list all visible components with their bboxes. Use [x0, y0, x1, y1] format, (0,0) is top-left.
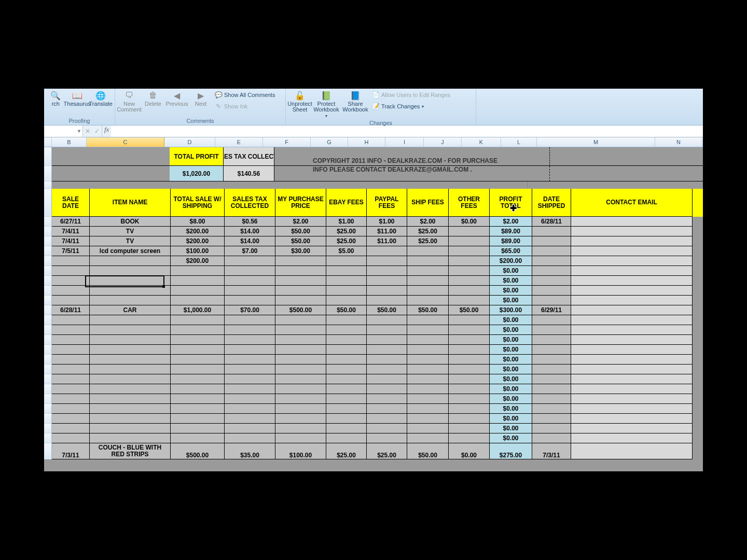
cell-H-3[interactable] [367, 246, 407, 256]
name-box[interactable]: ▼ [44, 125, 83, 137]
cell-H-18[interactable] [367, 394, 407, 404]
cell-H-8[interactable] [367, 296, 407, 305]
cell[interactable] [693, 276, 703, 286]
cell-J-18[interactable] [449, 394, 490, 404]
cell-L-16[interactable] [532, 374, 571, 384]
cell-G-19[interactable] [326, 404, 367, 414]
row-header[interactable] [44, 286, 52, 296]
row-header[interactable] [44, 189, 52, 217]
cell[interactable] [693, 236, 703, 246]
cell-I-4[interactable] [407, 256, 449, 266]
cell-F-16[interactable] [275, 374, 326, 384]
cell-H-11[interactable] [367, 325, 407, 335]
cell-F-partial[interactable]: $100.00 [275, 443, 326, 459]
cell-B-21[interactable] [52, 424, 90, 433]
cell-G-6[interactable] [326, 276, 367, 286]
cell-J-9[interactable]: $50.00 [449, 305, 490, 315]
cell[interactable] [693, 433, 703, 443]
cell-K-15[interactable]: $0.00 [490, 365, 532, 374]
cell-E-partial[interactable]: $35.00 [225, 443, 275, 459]
row-header[interactable] [44, 181, 52, 189]
cell-J-6[interactable] [449, 276, 490, 286]
track-changes-button[interactable]: 📝 Track Changes ▾ [370, 101, 452, 111]
cell-G-3[interactable]: $5.00 [326, 246, 367, 256]
cell-L-17[interactable] [532, 384, 571, 394]
cell-F-3[interactable]: $30.00 [275, 246, 326, 256]
cell[interactable] [52, 147, 89, 166]
cell-J-1[interactable] [449, 227, 490, 236]
cell-L-7[interactable] [532, 286, 571, 296]
cell-B-15[interactable] [52, 365, 90, 374]
cell-L-6[interactable] [532, 276, 571, 286]
column-header-K[interactable]: K [462, 137, 501, 147]
cell-K-5[interactable]: $0.00 [490, 266, 532, 276]
cell-M-15[interactable] [571, 365, 693, 374]
cell-E-22[interactable] [225, 433, 275, 443]
cell-C-17[interactable] [90, 384, 171, 394]
cell[interactable] [588, 147, 703, 166]
cell-E-8[interactable] [225, 296, 275, 305]
cell-F-7[interactable] [275, 286, 326, 296]
row-header[interactable] [44, 147, 52, 166]
cell-L-13[interactable] [532, 345, 571, 355]
row-header[interactable] [44, 227, 52, 236]
cell[interactable] [693, 365, 703, 374]
cell-B-13[interactable] [52, 345, 90, 355]
cell-B-17[interactable] [52, 384, 90, 394]
cell-C-14[interactable] [90, 355, 171, 365]
col-header-H[interactable]: PAYPAL FEES [367, 189, 407, 217]
cell[interactable] [485, 181, 527, 189]
cell-C-3[interactable]: lcd computer screen [90, 246, 171, 256]
row-header[interactable] [44, 345, 52, 355]
cell-M-14[interactable] [571, 355, 693, 365]
cell-K-0[interactable]: $2.00 [490, 217, 532, 227]
cell[interactable] [693, 305, 703, 315]
cell-J-2[interactable] [449, 236, 490, 246]
cell-D-3[interactable]: $100.00 [171, 246, 225, 256]
cell-E-18[interactable] [225, 394, 275, 404]
cell-C-13[interactable] [90, 345, 171, 355]
copyright-text-2[interactable]: INFO PLEASE CONTACT DEALKRAZE@GMAIL.COM … [274, 166, 549, 181]
cell-H-4[interactable] [367, 256, 407, 266]
cell[interactable] [549, 166, 588, 181]
cell-L-3[interactable] [532, 246, 571, 256]
cell-H-6[interactable] [367, 276, 407, 286]
cell[interactable] [693, 443, 703, 459]
column-header-E[interactable]: E [215, 137, 263, 147]
row-header[interactable] [44, 296, 52, 305]
cell-F-6[interactable] [275, 276, 326, 286]
cell-K-14[interactable]: $0.00 [490, 355, 532, 365]
cell[interactable] [566, 181, 687, 189]
cell-K-2[interactable]: $89.00 [490, 236, 532, 246]
cell-M-18[interactable] [571, 394, 693, 404]
cell[interactable] [693, 414, 703, 424]
cell-C-1[interactable]: TV [90, 227, 171, 236]
column-header-D[interactable]: D [164, 137, 215, 147]
cell-E-7[interactable] [225, 286, 275, 296]
cell[interactable] [693, 266, 703, 276]
cell-C-22[interactable] [90, 433, 171, 443]
cell[interactable] [52, 181, 89, 189]
cell-D-13[interactable] [171, 345, 225, 355]
cell-E-5[interactable] [225, 266, 275, 276]
cell-D-9[interactable]: $1,000.00 [171, 305, 225, 315]
cell[interactable] [687, 181, 703, 189]
cell-D-1[interactable]: $200.00 [171, 227, 225, 236]
cell-F-13[interactable] [275, 345, 326, 355]
cell[interactable] [549, 147, 588, 166]
column-header-M[interactable]: M [537, 137, 655, 147]
cell-E-11[interactable] [225, 325, 275, 335]
cell-I-2[interactable]: $25.00 [407, 236, 449, 246]
cell-D-11[interactable] [171, 325, 225, 335]
cell-E-16[interactable] [225, 374, 275, 384]
cell-L-21[interactable] [532, 424, 571, 433]
cell-E-0[interactable]: $0.56 [225, 217, 275, 227]
cell-H-partial[interactable]: $25.00 [367, 443, 407, 459]
cell-M-partial[interactable] [571, 443, 693, 459]
row-header[interactable] [44, 256, 52, 266]
cell-H-21[interactable] [367, 424, 407, 433]
cell-K-4[interactable]: $200.00 [490, 256, 532, 266]
column-header-F[interactable]: F [263, 137, 311, 147]
cell[interactable] [89, 147, 170, 166]
cell-D-partial[interactable]: $500.00 [171, 443, 225, 459]
